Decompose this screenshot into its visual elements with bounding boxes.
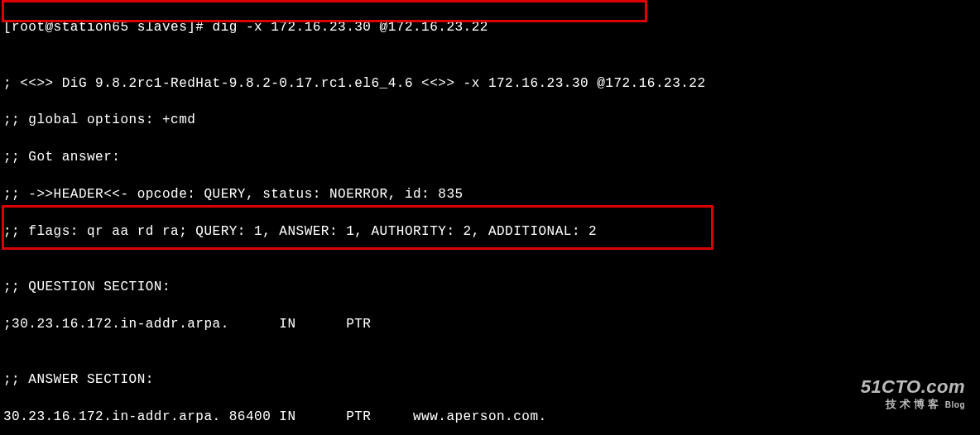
answer-row: 30.23.16.172.in-addr.arpa. 86400 IN PTR … <box>3 408 977 426</box>
shell-prompt-line[interactable]: [root@station65 slaves]# dig -x 172.16.2… <box>3 18 977 36</box>
terminal-output: [root@station65 slaves]# dig -x 172.16.2… <box>0 0 980 435</box>
question-section-header: ;; QUESTION SECTION: <box>3 278 977 296</box>
global-options-line: ;; global options: +cmd <box>3 111 977 129</box>
got-answer-line: ;; Got answer: <box>3 148 977 166</box>
answer-section-header: ;; ANSWER SECTION: <box>3 370 977 389</box>
header-line: ;; ->>HEADER<<- opcode: QUERY, status: N… <box>3 185 977 203</box>
flags-line: ;; flags: qr aa rd ra; QUERY: 1, ANSWER:… <box>3 222 977 241</box>
dig-version-line: ; <<>> DiG 9.8.2rc1-RedHat-9.8.2-0.17.rc… <box>3 74 977 93</box>
question-row: ;30.23.16.172.in-addr.arpa. IN PTR <box>3 315 977 333</box>
